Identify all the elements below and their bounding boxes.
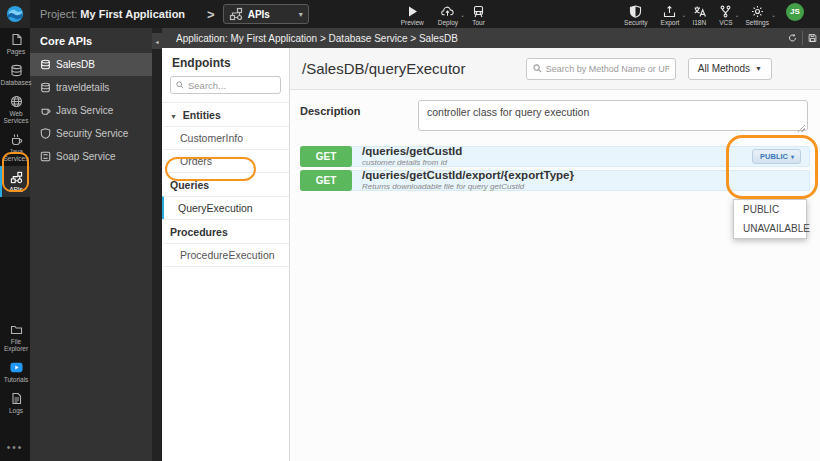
endpoint-item-customerinfo[interactable]: CustomerInfo [162,126,289,149]
endpoints-panel: Endpoints ▼ Entities CustomerInfo Orders… [162,48,290,461]
topbar: Project: My First Application > APIs ▾ P… [0,0,820,28]
section-entities[interactable]: ▼ Entities [162,102,289,126]
chevron-down-icon: ⌄ [681,11,686,18]
sidebar-item-label: APIs [9,186,23,193]
core-api-item-security-service[interactable]: Security Service [30,122,152,145]
topbar-tools: Security Export ⌄ [624,3,810,26]
database-icon [10,64,23,77]
description-row: Description controller class for query e… [300,100,810,135]
video-play-icon [10,361,23,374]
play-icon [406,5,419,18]
gear-icon [751,5,764,18]
save-icon[interactable] [805,31,820,45]
preview-label: Preview [401,19,424,26]
main-header: /SalesDB/queryExecutor All Methods ▼ [290,48,820,90]
left-nav-rail: Pages Databases Web Services [0,28,30,461]
endpoint-item-queryexecution[interactable]: QueryExecution [162,196,289,219]
sidebar-item-pages[interactable]: Pages [0,28,30,59]
nav-overflow-button[interactable]: ••• [0,436,30,461]
menu-option-unavailable[interactable]: UNAVAILABLE [734,219,806,238]
endpoint-row-getcustid[interactable]: GET /queries/getCustId customer details … [300,146,810,167]
sidebar-item-label: Tutorials [4,376,29,383]
get-method-badge[interactable]: GET [300,170,352,191]
endpoint-row-text: /queries/getCustId customer details from… [362,146,752,167]
visibility-value: PUBLIC [760,152,788,161]
sidebar-item-label: Web Services [3,110,29,124]
sidebar-item-databases[interactable]: Databases [0,59,30,90]
endpoints-search[interactable] [170,76,281,94]
endpoint-rows: GET /queries/getCustId customer details … [300,146,810,191]
menu-option-public[interactable]: PUBLIC [734,200,806,219]
methods-filter-label: All Methods [698,63,750,74]
settings-button[interactable]: Settings ⌄ [746,3,770,26]
settings-label: Settings [746,19,770,26]
search-icon [533,64,542,73]
breadcrumb-chevron-icon: > [207,7,215,22]
endpoint-item-procedureexecution[interactable]: ProcedureExecution [162,243,289,267]
divider [802,31,803,45]
all-methods-dropdown[interactable]: All Methods ▼ [688,58,772,80]
project-title: Project: My First Application [40,8,185,20]
core-apis-title: Core APIs [30,28,152,53]
sidebar-item-label: Java Services [3,148,29,162]
soap-icon [40,151,51,162]
endpoint-row-text: /queries/getCustId/export/{exportType} R… [362,170,809,191]
vcs-button[interactable]: VCS ⌄ [719,3,732,26]
sidebar-item-apis[interactable]: APIs [0,166,30,197]
description-textarea[interactable]: controller class for query execution [418,100,808,131]
app-window: Project: My First Application > APIs ▾ P… [0,0,820,461]
endpoint-row-getcustid-export[interactable]: GET /queries/getCustId/export/{exportTyp… [300,170,810,191]
shield-icon [629,5,642,18]
artifact-selector-dropdown[interactable]: APIs ▾ [223,4,309,24]
visibility-dropdown-button[interactable]: PUBLIC ▾ [752,149,801,164]
chevron-down-icon: ⌄ [460,11,465,18]
endpoint-path: /queries/getCustId/export/{exportType} [362,170,809,182]
preview-button[interactable]: Preview [401,3,424,26]
method-search-input[interactable] [546,64,669,74]
sidebar-item-tutorials[interactable]: Tutorials [0,356,30,387]
user-avatar[interactable]: JS [786,3,804,21]
wavemaker-logo-icon [6,5,24,23]
deploy-button[interactable]: Deploy ⌄ [438,3,458,26]
page-title: /SalesDB/queryExecutor [302,60,526,77]
security-label: Security [624,19,647,26]
breadcrumb-bar: Application: My First Application > Data… [162,28,820,48]
description-label: Description [300,100,418,135]
section-queries[interactable]: Queries [162,172,289,196]
log-file-icon [10,392,23,405]
core-api-item-salesdb[interactable]: SalesDB [30,53,152,76]
core-api-item-soap-service[interactable]: Soap Service [30,145,152,168]
get-method-badge[interactable]: GET [300,146,352,167]
security-button[interactable]: Security [624,3,647,26]
sidebar-item-label: Databases [0,79,31,86]
coffee-icon [40,105,51,116]
endpoints-search-input[interactable] [188,80,275,91]
refresh-icon[interactable] [785,31,800,45]
sidebar-item-web-services[interactable]: Web Services [0,90,30,128]
vcs-label: VCS [719,19,732,26]
folder-icon [10,323,23,336]
breadcrumb-actions [785,28,820,48]
section-procedures[interactable]: Procedures [162,219,289,243]
core-api-item-java-service[interactable]: Java Service [30,99,152,122]
chevron-down-icon: ▾ [299,10,303,19]
sidebar-item-file-explorer[interactable]: File Explorer [0,318,30,356]
method-search[interactable] [526,58,676,80]
bus-icon [472,5,485,18]
collapse-panel-button[interactable]: ◂ [152,33,162,49]
globe-icon [10,95,23,108]
main-body: Description controller class for query e… [290,90,820,202]
export-button[interactable]: Export ⌄ [661,3,680,26]
breadcrumb: Application: My First Application > Data… [176,33,785,44]
core-api-item-label: Soap Service [56,151,115,162]
app-logo[interactable] [0,0,30,28]
i18n-button[interactable]: I18N [692,3,706,26]
endpoint-path: /queries/getCustId [362,146,752,158]
core-api-item-traveldetails[interactable]: traveldetails [30,76,152,99]
endpoint-item-orders[interactable]: Orders [162,149,289,172]
caret-down-icon: ▼ [755,65,762,72]
project-label: Project: [40,8,77,20]
sidebar-item-java-services[interactable]: Java Services [0,128,30,166]
sidebar-item-logs[interactable]: Logs [0,387,30,418]
tour-button[interactable]: Tour [472,3,485,26]
